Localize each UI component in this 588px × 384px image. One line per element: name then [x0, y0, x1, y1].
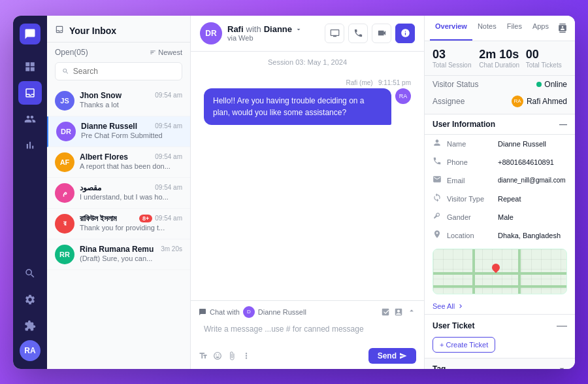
chat-header-left: DR Rafi with Dianne via Web [200, 22, 302, 44]
nav-item-search[interactable] [18, 262, 42, 285]
conv-preview-4: I understand, but I was ho... [80, 193, 182, 201]
gender-value: Male [498, 213, 514, 221]
name-label: Name [447, 140, 493, 148]
conv-item-3[interactable]: AF Albert Flores 09:54 am A report that … [47, 147, 190, 178]
conv-item-2[interactable]: DR Dianne Russell 09:54 am Pre Chat Form… [47, 116, 190, 147]
chat-input[interactable]: Write a message ...use # for canned mess… [199, 322, 416, 345]
email-info-icon [433, 175, 442, 186]
tag-title: Tag [433, 364, 446, 369]
conv-time-3: 09:54 am [155, 153, 182, 160]
info-gender-row: Gander Male [425, 208, 575, 226]
map-road-3 [472, 249, 475, 294]
tab-files[interactable]: Files [502, 16, 527, 41]
location-label: Location [447, 232, 493, 239]
more-icon[interactable] [242, 351, 251, 360]
nav-item-contacts[interactable] [18, 107, 42, 131]
message-avatar-row: Hello!! Are you having trouble deciding … [204, 88, 411, 125]
nav-item-reports[interactable] [18, 133, 42, 157]
unread-badge-5: 8+ [139, 215, 152, 222]
chat-action-phone[interactable] [348, 24, 368, 43]
conv-time-2: 09:54 am [155, 122, 182, 130]
tab-notes[interactable]: Notes [472, 16, 502, 41]
search-icon [24, 268, 36, 279]
conv-body-1: Jhon Snow 09:54 am Thanks a lot [80, 91, 182, 109]
inbox-sort[interactable]: Newest [150, 48, 182, 56]
chevron-down-icon[interactable] [295, 26, 302, 33]
inbox-search[interactable] [55, 62, 182, 80]
text-format-icon[interactable] [199, 351, 208, 360]
search-input[interactable] [73, 67, 175, 76]
nav-item-integrations[interactable] [18, 314, 42, 338]
send-button[interactable]: Send [368, 348, 416, 364]
ticket-header: User Ticket — [433, 320, 567, 332]
conv-item-1[interactable]: JS Jhon Snow 09:54 am Thanks a lot [47, 86, 190, 116]
tab-apps[interactable]: Apps [527, 16, 554, 41]
conv-item-5[interactable]: র রাফিউল ইসলাম 8+ 09:54 am Thank you for… [47, 209, 190, 239]
conv-avatar-1: JS [55, 91, 74, 111]
stat-label-session: Total Session [433, 61, 474, 69]
gender-label: Gander [447, 213, 493, 221]
conv-item-6[interactable]: RR Rina Rumana Remu 3m 20s (Draft) Sure,… [47, 239, 190, 270]
user-info-toggle[interactable]: — [559, 120, 567, 129]
see-all-link[interactable]: See All [425, 298, 575, 314]
right-panel: Overview Notes Files Apps 03 [425, 16, 575, 369]
conv-item-4[interactable]: م مقصود 09:54 am I understand, but I was… [47, 178, 190, 209]
conv-name-6: Rina Rumana Remu [80, 245, 154, 254]
conv-body-2: Dianne Russell 09:54 am Pre Chat Form Su… [81, 122, 182, 139]
map-road-2 [433, 285, 566, 288]
visitor-status-row: Visitor Status Online [425, 76, 575, 93]
assignee-label: Assignee [433, 97, 465, 106]
attachment-icon[interactable] [227, 351, 237, 360]
list-icon-btn[interactable] [574, 20, 575, 37]
visitor-status-label: Visitor Status [433, 80, 478, 89]
ticket-title: User Ticket [433, 321, 474, 330]
nav-item-inbox[interactable] [18, 81, 42, 105]
conv-preview-1: Thanks a lot [80, 101, 182, 109]
stat-total-tickets: 00 Total Tickets [526, 48, 567, 69]
tab-overview[interactable]: Overview [430, 16, 472, 41]
chat-footer: Chat with D Dianne Russell [191, 300, 424, 369]
assignee-avatar: RA [512, 96, 523, 107]
tag-chevron-icon[interactable] [557, 364, 567, 369]
inbox-header: Your Inbox [47, 16, 190, 43]
info-visitor-type-row: Visitor Type Repeat [425, 190, 575, 208]
chat-header-actions [325, 24, 415, 43]
user-avatar[interactable]: RA [20, 340, 41, 361]
nav-item-settings[interactable] [18, 288, 42, 311]
info-location-row: Location Dhaka, Bangladesh [425, 226, 575, 245]
location-value: Dhaka, Bangladesh [498, 232, 561, 239]
video-icon [377, 28, 387, 38]
conv-avatar-3: AF [55, 152, 74, 172]
visitor-type-icon [433, 193, 442, 205]
chat-via-label: via Web [227, 34, 302, 42]
chat-contact-name: Rafi with Dianne [227, 24, 302, 34]
app-logo[interactable] [20, 24, 41, 44]
footer-icons [381, 306, 416, 318]
contact-icon-btn[interactable] [554, 20, 571, 37]
chat-action-info[interactable] [395, 24, 415, 43]
chat-action-video[interactable] [372, 24, 391, 43]
stat-label-tickets: Total Tickets [526, 61, 567, 69]
chat-action-screen[interactable] [325, 24, 344, 43]
message-content: Rafi (me) 9:11:51 pm Hello!! Are you hav… [204, 79, 411, 125]
user-info-section-header: User Information — [425, 114, 575, 135]
create-ticket-button[interactable]: + Create Ticket [433, 337, 495, 353]
session-label: Session 03: May 1, 2024 [191, 52, 424, 73]
info-email-row: Email dianne_nill@gmail.com [425, 171, 575, 190]
inbox-header-icon [55, 25, 64, 37]
ticket-toggle[interactable]: — [557, 320, 567, 332]
phone-label: Phone [447, 158, 493, 166]
chat-icon-small [199, 308, 206, 316]
phone-info-icon [433, 156, 442, 168]
conv-time-4: 09:54 am [155, 184, 182, 191]
conv-time-1: 09:54 am [155, 92, 182, 99]
conv-name-2: Dianne Russell [81, 122, 137, 131]
emoji-icon[interactable] [213, 351, 222, 360]
canned-icon[interactable] [381, 307, 390, 317]
nav-item-dashboard[interactable] [18, 55, 42, 79]
send-icon [399, 352, 407, 360]
template-icon[interactable] [394, 307, 403, 317]
contacts-icon [24, 113, 36, 125]
phone-icon [353, 28, 363, 38]
expand-icon[interactable] [407, 306, 416, 318]
